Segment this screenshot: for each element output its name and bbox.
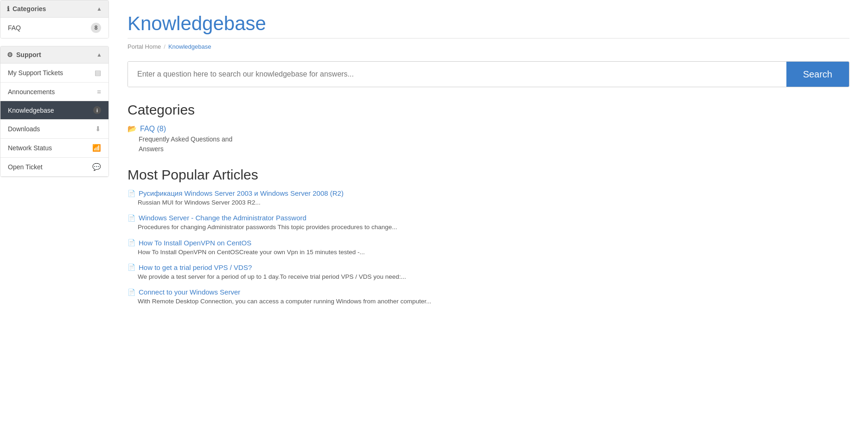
popular-articles-title: Most Popular Articles xyxy=(128,167,849,183)
my-support-tickets-label: My Support Tickets xyxy=(8,69,63,77)
search-button[interactable]: Search xyxy=(786,62,849,87)
support-icon: ⚙ xyxy=(7,51,13,58)
sidebar-item-my-support-tickets[interactable]: My Support Tickets ▤ xyxy=(0,64,108,83)
article-5-label: Connect to your Windows Server xyxy=(139,288,240,296)
popular-articles-section: Most Popular Articles 📄 Русификация Wind… xyxy=(128,167,849,306)
article-3-desc: How To Install OpenVPN on CentOSCreate y… xyxy=(138,248,849,257)
sidebar-categories-header: ℹ Categories ▲ xyxy=(0,0,108,18)
sidebar-item-network-status[interactable]: Network Status 📶 xyxy=(0,139,108,158)
article-3: 📄 How To Install OpenVPN on CentOS How T… xyxy=(128,239,849,257)
article-2-desc: Procedures for changing Administrator pa… xyxy=(138,223,849,232)
article-1: 📄 Русификация Windows Server 2003 и Wind… xyxy=(128,189,849,207)
sidebar-item-knowledgebase[interactable]: Knowledgebase i xyxy=(0,101,108,120)
network-status-label: Network Status xyxy=(8,144,52,152)
ticket-icon: ▤ xyxy=(95,69,101,77)
info-circle-icon: i xyxy=(93,106,101,114)
folder-icon: 📂 xyxy=(128,124,137,133)
support-header-label: Support xyxy=(16,51,41,58)
doc-icon-1: 📄 xyxy=(128,190,135,197)
search-bar: Search xyxy=(128,61,849,87)
article-2: 📄 Windows Server - Change the Administra… xyxy=(128,214,849,232)
article-2-link[interactable]: 📄 Windows Server - Change the Administra… xyxy=(128,214,849,222)
article-3-label: How To Install OpenVPN on CentOS xyxy=(139,239,251,247)
article-4: 📄 How to get a trial period VPS / VDS? W… xyxy=(128,263,849,282)
article-5-link[interactable]: 📄 Connect to your Windows Server xyxy=(128,288,849,296)
list-icon: ≡ xyxy=(97,88,101,96)
breadcrumb-current-link[interactable]: Knowledgebase xyxy=(168,43,211,50)
signal-icon: 📶 xyxy=(92,144,101,152)
sidebar: ℹ Categories ▲ FAQ 8 ⚙ Support ▲ My Supp… xyxy=(0,0,109,436)
article-4-link[interactable]: 📄 How to get a trial period VPS / VDS? xyxy=(128,263,849,271)
article-3-link[interactable]: 📄 How To Install OpenVPN on CentOS xyxy=(128,239,849,247)
chevron-up-icon: ▲ xyxy=(96,6,102,12)
page-title: Knowledgebase xyxy=(128,13,849,34)
chat-icon: 💬 xyxy=(92,163,101,171)
main-content: Knowledgebase Portal Home / Knowledgebas… xyxy=(109,0,868,436)
sidebar-faq-row[interactable]: FAQ 8 xyxy=(0,18,108,38)
categories-section-title: Categories xyxy=(128,102,849,118)
sidebar-support-header: ⚙ Support ▲ xyxy=(0,46,108,64)
category-faq-label: FAQ (8) xyxy=(140,125,166,133)
open-ticket-label: Open Ticket xyxy=(8,163,43,171)
info-icon: ℹ xyxy=(7,5,9,13)
downloads-label: Downloads xyxy=(8,125,40,133)
sidebar-categories-section: ℹ Categories ▲ FAQ 8 xyxy=(0,0,109,38)
faq-label: FAQ xyxy=(8,24,21,32)
article-4-desc: We provide a test server for a period of… xyxy=(138,272,849,282)
article-4-label: How to get a trial period VPS / VDS? xyxy=(139,263,252,271)
breadcrumb: Portal Home / Knowledgebase xyxy=(128,38,849,50)
doc-icon-5: 📄 xyxy=(128,289,135,296)
article-1-desc: Russian MUI for Windows Server 2003 R2..… xyxy=(138,198,849,207)
sidebar-item-open-ticket[interactable]: Open Ticket 💬 xyxy=(0,158,108,177)
knowledgebase-label: Knowledgebase xyxy=(8,107,54,114)
breadcrumb-home-link[interactable]: Portal Home xyxy=(128,43,161,50)
doc-icon-2: 📄 xyxy=(128,214,135,222)
article-1-link[interactable]: 📄 Русификация Windows Server 2003 и Wind… xyxy=(128,189,849,197)
doc-icon-4: 📄 xyxy=(128,263,135,271)
download-icon: ⬇ xyxy=(95,125,101,133)
category-faq-link[interactable]: 📂 FAQ (8) xyxy=(128,124,849,133)
categories-header-label: Categories xyxy=(13,5,46,13)
category-faq-desc: Frequently Asked Questions and Answers xyxy=(139,135,849,154)
announcements-label: Announcements xyxy=(8,88,55,96)
doc-icon-3: 📄 xyxy=(128,239,135,246)
sidebar-item-announcements[interactable]: Announcements ≡ xyxy=(0,83,108,101)
article-1-label: Русификация Windows Server 2003 и Window… xyxy=(139,189,344,197)
search-input[interactable] xyxy=(128,62,786,87)
chevron-up-icon-support: ▲ xyxy=(96,51,102,58)
article-5-desc: With Remote Desktop Connection, you can … xyxy=(138,297,849,306)
category-faq: 📂 FAQ (8) Frequently Asked Questions and… xyxy=(128,124,849,154)
article-2-label: Windows Server - Change the Administrato… xyxy=(139,214,306,222)
sidebar-item-downloads[interactable]: Downloads ⬇ xyxy=(0,120,108,139)
sidebar-support-section: ⚙ Support ▲ My Support Tickets ▤ Announc… xyxy=(0,46,109,177)
breadcrumb-separator: / xyxy=(164,43,166,50)
article-5: 📄 Connect to your Windows Server With Re… xyxy=(128,288,849,306)
faq-count: 8 xyxy=(91,23,101,33)
